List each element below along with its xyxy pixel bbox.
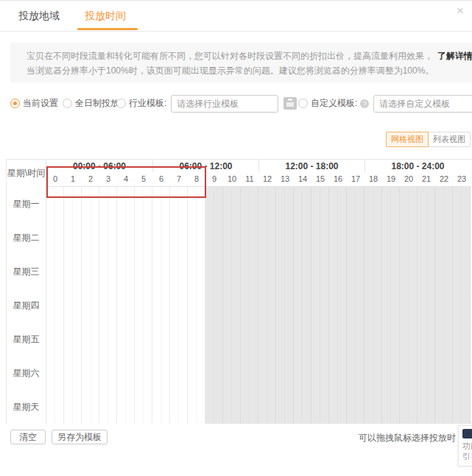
time-cell[interactable] [311, 187, 329, 221]
time-cell[interactable] [46, 322, 64, 356]
time-cell[interactable] [135, 390, 152, 424]
time-cell[interactable] [400, 288, 418, 322]
time-cell[interactable] [241, 221, 258, 255]
time-cell[interactable] [223, 322, 241, 356]
tab-time-active[interactable]: 投放时间 [85, 1, 126, 31]
time-cell[interactable] [418, 221, 435, 255]
time-cell[interactable] [170, 390, 188, 424]
time-cell[interactable] [418, 255, 435, 288]
radio-industry-template[interactable] [116, 99, 126, 108]
time-cell[interactable] [364, 322, 382, 356]
time-cell[interactable] [418, 390, 435, 424]
time-cell[interactable] [347, 356, 364, 390]
time-cell[interactable] [46, 221, 64, 255]
time-cell[interactable] [82, 221, 99, 255]
time-cell[interactable] [82, 288, 99, 322]
time-cell[interactable] [117, 255, 135, 288]
time-cell[interactable] [82, 187, 99, 221]
time-cell[interactable] [347, 255, 364, 288]
time-cell[interactable] [258, 187, 276, 221]
time-cell[interactable] [435, 255, 453, 288]
time-cell[interactable] [188, 187, 205, 221]
time-cell[interactable] [170, 187, 188, 221]
time-cell[interactable] [329, 288, 347, 322]
time-cell[interactable] [205, 322, 223, 356]
help-icon[interactable]: ? [360, 99, 369, 108]
time-cell[interactable] [188, 322, 205, 356]
clear-button[interactable]: 清空 [10, 430, 46, 444]
time-cell[interactable] [46, 255, 64, 288]
time-cell[interactable] [400, 221, 418, 255]
time-cell[interactable] [294, 221, 311, 255]
time-cell[interactable] [241, 390, 258, 424]
time-cell[interactable] [294, 390, 311, 424]
time-cell[interactable] [382, 187, 400, 221]
time-cell[interactable] [64, 288, 82, 322]
time-cell[interactable] [294, 187, 311, 221]
custom-template-input[interactable] [373, 95, 472, 113]
time-cell[interactable] [311, 322, 329, 356]
option-current-settings[interactable]: 当前设置 [10, 93, 58, 113]
time-cell[interactable] [382, 288, 400, 322]
time-cell[interactable] [241, 255, 258, 288]
time-cell[interactable] [170, 356, 188, 390]
time-cell[interactable] [64, 356, 82, 390]
time-cell[interactable] [241, 187, 258, 221]
time-cell[interactable] [188, 390, 205, 424]
time-cell[interactable] [152, 288, 170, 322]
time-cell[interactable] [258, 255, 276, 288]
list-view-button[interactable]: 列表视图 [429, 132, 471, 147]
time-cell[interactable] [364, 187, 382, 221]
guide-widget[interactable]: 功能 引导 [458, 425, 472, 466]
time-cell[interactable] [435, 390, 453, 424]
time-cell[interactable] [400, 255, 418, 288]
time-cell[interactable] [152, 322, 170, 356]
time-cell[interactable] [188, 288, 205, 322]
time-cell[interactable] [205, 390, 223, 424]
industry-template-input[interactable] [171, 95, 278, 113]
time-cell[interactable] [258, 322, 276, 356]
time-cell[interactable] [329, 390, 347, 424]
time-cell[interactable] [453, 187, 471, 221]
time-cell[interactable] [152, 356, 170, 390]
time-cell[interactable] [294, 288, 311, 322]
time-cell[interactable] [364, 390, 382, 424]
time-cell[interactable] [453, 288, 471, 322]
time-cell[interactable] [46, 390, 64, 424]
time-cell[interactable] [241, 322, 258, 356]
time-cell[interactable] [435, 221, 453, 255]
time-cell[interactable] [223, 221, 241, 255]
time-cell[interactable] [435, 322, 453, 356]
time-cell[interactable] [364, 288, 382, 322]
time-cell[interactable] [188, 356, 205, 390]
time-cell[interactable] [347, 288, 364, 322]
save-as-template-button[interactable]: 另存为模板 [52, 430, 108, 444]
time-cell[interactable] [205, 356, 223, 390]
time-cell[interactable] [99, 255, 117, 288]
time-cell[interactable] [276, 255, 294, 288]
time-cell[interactable] [382, 221, 400, 255]
time-cell[interactable] [170, 221, 188, 255]
time-cell[interactable] [329, 221, 347, 255]
time-cell[interactable] [135, 187, 152, 221]
time-cell[interactable] [117, 221, 135, 255]
time-cell[interactable] [382, 322, 400, 356]
time-cell[interactable] [294, 356, 311, 390]
time-cell[interactable] [311, 221, 329, 255]
time-cell[interactable] [152, 221, 170, 255]
time-cell[interactable] [205, 221, 223, 255]
time-cell[interactable] [46, 187, 64, 221]
time-cell[interactable] [400, 390, 418, 424]
time-cell[interactable] [152, 187, 170, 221]
time-cell[interactable] [64, 187, 82, 221]
time-cell[interactable] [329, 322, 347, 356]
time-cell[interactable] [99, 322, 117, 356]
time-cell[interactable] [205, 288, 223, 322]
time-cell[interactable] [400, 356, 418, 390]
time-cell[interactable] [46, 356, 64, 390]
time-cell[interactable] [188, 221, 205, 255]
time-cell[interactable] [258, 356, 276, 390]
time-cell[interactable] [223, 356, 241, 390]
time-cell[interactable] [453, 390, 471, 424]
time-cell[interactable] [99, 288, 117, 322]
